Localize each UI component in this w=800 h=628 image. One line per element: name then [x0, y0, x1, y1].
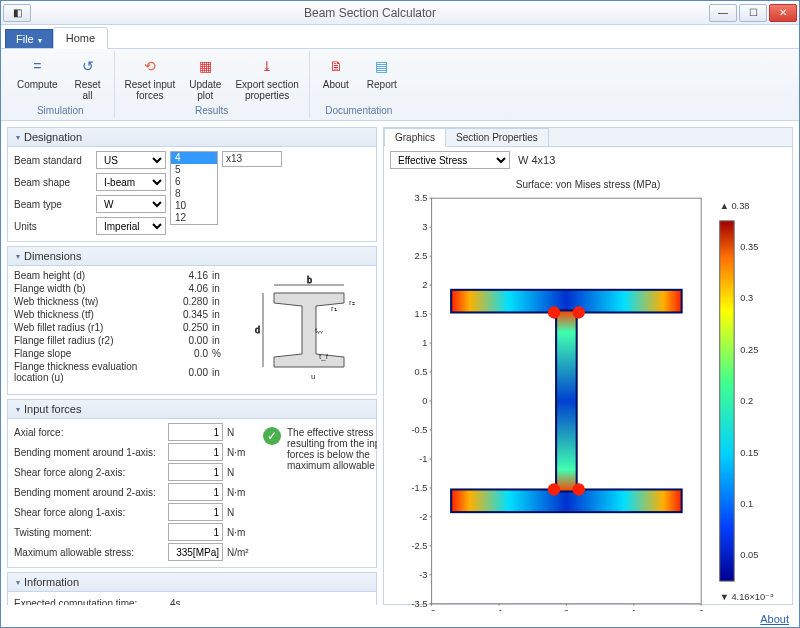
size-listbox[interactable]: 4 5 6 8 10 12 14: [170, 151, 218, 225]
check-icon: ✓: [263, 427, 281, 445]
dimension-row: Web thickness (tw)0.280in: [14, 296, 240, 307]
svg-text:-0.5: -0.5: [411, 425, 427, 435]
force-row: Bending moment around 2-axis:N·m: [14, 483, 255, 501]
footer: About: [1, 611, 799, 627]
svg-rect-52: [556, 310, 577, 491]
svg-text:▼ 4.16×10⁻³: ▼ 4.16×10⁻³: [720, 592, 774, 602]
panel-header-designation[interactable]: Designation: [8, 128, 376, 147]
svg-text:tᵥᵥ: tᵥᵥ: [315, 326, 323, 335]
section-diagram: b d r₁ r₂ tᵥᵥ t_f u: [248, 270, 370, 390]
dimension-row: Flange thickness evaluation location (u)…: [14, 361, 240, 383]
svg-text:3.5: 3.5: [415, 193, 428, 203]
left-column: Designation Beam standardUS Beam shapeI-…: [7, 127, 377, 605]
svg-text:0.3: 0.3: [740, 293, 753, 303]
svg-point-53: [548, 306, 560, 318]
compute-button[interactable]: = Compute: [13, 53, 62, 103]
svg-text:0.1: 0.1: [740, 499, 753, 509]
svg-text:0.2: 0.2: [740, 396, 753, 406]
svg-text:-1.5: -1.5: [411, 483, 427, 493]
force-input[interactable]: [168, 423, 223, 441]
force-row: Shear force along 1-axis:N: [14, 503, 255, 521]
dimension-row: Web fillet radius (r1)0.250in: [14, 322, 240, 333]
force-row: Twisting moment:N·m: [14, 523, 255, 541]
plot-area: Surface: von Mises stress (MPa): [384, 173, 792, 611]
file-menu[interactable]: File: [5, 29, 53, 48]
update-plot-button[interactable]: ▦ Update plot: [185, 53, 225, 103]
about-button[interactable]: 🗎 About: [316, 53, 356, 92]
svg-text:0.05: 0.05: [740, 550, 758, 560]
svg-rect-51: [451, 489, 682, 512]
beam-type-select[interactable]: W: [96, 195, 166, 213]
reset-input-forces-button[interactable]: ⟲ Reset input forces: [121, 53, 180, 103]
panel-forces: Input forces Axial force:NBending moment…: [7, 399, 377, 568]
force-input[interactable]: [168, 543, 223, 561]
close-button[interactable]: ✕: [769, 4, 797, 22]
app-window: ◧ Beam Section Calculator — ☐ ✕ File Hom…: [0, 0, 800, 628]
force-row: Bending moment around 1-axis:N·m: [14, 443, 255, 461]
units-select[interactable]: Imperial: [96, 217, 166, 235]
svg-rect-57: [720, 221, 734, 581]
tab-graphics[interactable]: Graphics: [384, 128, 446, 147]
svg-text:-2: -2: [427, 608, 435, 611]
svg-text:1.5: 1.5: [415, 309, 428, 319]
minimize-button[interactable]: —: [709, 4, 737, 22]
svg-text:0: 0: [564, 608, 569, 611]
export-icon: ⤓: [256, 55, 278, 77]
ribbon-group-documentation: 🗎 About ▤ Report Documentation: [310, 51, 408, 118]
window-title: Beam Section Calculator: [31, 6, 709, 20]
panel-header-information[interactable]: Information: [8, 573, 376, 592]
beam-standard-select[interactable]: US: [96, 151, 166, 169]
svg-rect-50: [451, 290, 682, 313]
svg-text:-2.5: -2.5: [411, 541, 427, 551]
svg-text:3: 3: [422, 222, 427, 232]
section-label: W 4x13: [518, 154, 555, 166]
reset-all-button[interactable]: ↺ Reset all: [68, 53, 108, 103]
titlebar: ◧ Beam Section Calculator — ☐ ✕: [1, 1, 799, 25]
compute-icon: =: [26, 55, 48, 77]
svg-text:r₁: r₁: [331, 304, 337, 313]
plot-title: Surface: von Mises stress (MPa): [392, 179, 784, 190]
ribbon-group-results: ⟲ Reset input forces ▦ Update plot ⤓ Exp…: [115, 51, 310, 118]
panel-header-dimensions[interactable]: Dimensions: [8, 247, 376, 266]
svg-text:-3.5: -3.5: [411, 599, 427, 609]
dimension-row: Flange fillet radius (r2)0.00in: [14, 335, 240, 346]
force-input[interactable]: [168, 523, 223, 541]
svg-text:1: 1: [422, 338, 427, 348]
force-input[interactable]: [168, 463, 223, 481]
report-button[interactable]: ▤ Report: [362, 53, 402, 92]
right-column: Graphics Section Properties Effective St…: [383, 127, 793, 605]
force-input[interactable]: [168, 443, 223, 461]
plot-type-select[interactable]: Effective Stress: [390, 151, 510, 169]
about-link[interactable]: About: [760, 613, 789, 625]
menubar: File Home: [1, 25, 799, 49]
plot-icon: ▦: [194, 55, 216, 77]
dimension-row: Web thickness (tf)0.345in: [14, 309, 240, 320]
force-row: Shear force along 2-axis:N: [14, 463, 255, 481]
svg-text:0.35: 0.35: [740, 242, 758, 252]
export-props-button[interactable]: ⤓ Export section properties: [231, 53, 302, 103]
maximize-button[interactable]: ☐: [739, 4, 767, 22]
svg-point-56: [573, 483, 585, 495]
svg-text:2: 2: [699, 608, 704, 611]
ribbon-group-simulation: = Compute ↺ Reset all Simulation: [7, 51, 115, 118]
tab-home[interactable]: Home: [53, 27, 108, 49]
stress-ok-message: The effective stress resulting from the …: [287, 427, 377, 471]
force-input[interactable]: [168, 503, 223, 521]
svg-text:1: 1: [631, 608, 636, 611]
dimension-row: Flange slope0.0%: [14, 348, 240, 359]
svg-text:0: 0: [422, 396, 427, 406]
svg-text:-2: -2: [419, 512, 427, 522]
beam-shape-select[interactable]: I-beam: [96, 173, 166, 191]
ribbon: = Compute ↺ Reset all Simulation ⟲ Reset…: [1, 49, 799, 121]
svg-text:0.15: 0.15: [740, 448, 758, 458]
svg-text:b: b: [307, 275, 312, 285]
force-input[interactable]: [168, 483, 223, 501]
sys-icon[interactable]: ◧: [3, 4, 31, 22]
tab-section-properties[interactable]: Section Properties: [445, 128, 549, 146]
svg-text:d: d: [255, 325, 260, 335]
panel-designation: Designation Beam standardUS Beam shapeI-…: [7, 127, 377, 242]
panel-header-forces[interactable]: Input forces: [8, 400, 376, 419]
svg-text:r₂: r₂: [349, 298, 355, 307]
content: Designation Beam standardUS Beam shapeI-…: [1, 121, 799, 611]
svg-text:t_f: t_f: [319, 352, 329, 361]
